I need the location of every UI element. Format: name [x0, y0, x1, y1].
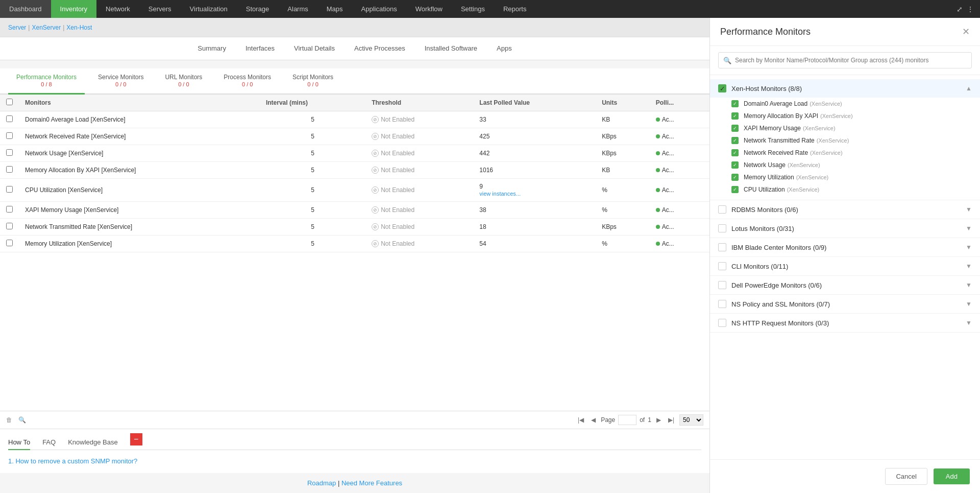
group-check-1[interactable] — [718, 205, 726, 214]
group-check-7[interactable] — [718, 319, 726, 327]
group-check-4[interactable] — [718, 262, 726, 270]
tab-faq[interactable]: FAQ — [42, 435, 56, 450]
cell-units-0: KB — [596, 111, 650, 128]
row-checkbox-1[interactable] — [6, 132, 13, 139]
nav-reports[interactable]: Reports — [494, 0, 536, 18]
item-sub-0-4: (XenService) — [810, 150, 843, 156]
tab-performance-monitors[interactable]: Performance Monitors 0 / 8 — [8, 68, 85, 95]
cell-interval-4: 5 — [260, 179, 365, 202]
panel-search-input[interactable] — [718, 52, 972, 68]
breadcrumb-xenserver[interactable]: XenServer — [32, 24, 61, 31]
item-check-0-1[interactable]: ✓ — [731, 112, 739, 120]
row-checkbox-0[interactable] — [6, 115, 13, 122]
monitor-item-0-3: ✓ Network Transmitted Rate (XenService) — [731, 134, 972, 147]
cancel-button[interactable]: Cancel — [885, 468, 927, 485]
view-instances-link-4[interactable]: view instances... — [479, 191, 521, 197]
row-checkbox-7[interactable] — [6, 240, 13, 246]
nav-inventory[interactable]: Inventory — [51, 0, 96, 18]
item-check-0-0[interactable]: ✓ — [731, 100, 739, 107]
group-header-4[interactable]: CLI Monitors (0/11) ▼ — [710, 257, 980, 275]
nav-maps[interactable]: Maps — [317, 0, 352, 18]
group-check-6[interactable] — [718, 300, 726, 308]
cell-monitor-1: Network Received Rate [XenService] — [19, 128, 260, 145]
cell-status-7: Ac... — [650, 236, 709, 252]
nav-network[interactable]: Network — [96, 0, 139, 18]
nav-applications[interactable]: Applications — [352, 0, 406, 18]
item-check-0-7[interactable]: ✓ — [731, 186, 739, 193]
nav-storage[interactable]: Storage — [237, 0, 279, 18]
add-button[interactable]: Add — [934, 468, 970, 484]
tab-howto[interactable]: How To — [8, 435, 30, 450]
nav-alarms[interactable]: Alarms — [278, 0, 317, 18]
group-header-3[interactable]: IBM Blade Center Monitors (0/9) ▼ — [710, 238, 980, 256]
monitor-item-0-5: ✓ Network Usage (XenService) — [731, 159, 972, 171]
cell-monitor-4: CPU Utilization [XenService] — [19, 179, 260, 202]
nav-virtualization[interactable]: Virtualization — [181, 0, 237, 18]
delete-icon[interactable]: 🗑 — [6, 416, 12, 424]
item-check-0-6[interactable]: ✓ — [731, 174, 739, 181]
cell-interval-0: 5 — [260, 111, 365, 128]
item-check-0-3[interactable]: ✓ — [731, 137, 739, 144]
cell-units-3: KB — [596, 162, 650, 179]
group-check-3[interactable] — [718, 243, 726, 251]
tab-service-monitors[interactable]: Service Monitors 0 / 0 — [90, 68, 152, 95]
features-link[interactable]: Need More Features — [341, 479, 402, 487]
collapse-button[interactable]: − — [130, 433, 142, 445]
item-check-0-5[interactable]: ✓ — [731, 161, 739, 169]
page-input[interactable]: 1 — [618, 415, 636, 425]
row-checkbox-5[interactable] — [6, 206, 13, 213]
last-page-btn[interactable]: ▶| — [666, 415, 676, 425]
tab-interfaces[interactable]: Interfaces — [243, 37, 277, 60]
item-check-0-2[interactable]: ✓ — [731, 125, 739, 132]
group-chevron-5: ▼ — [966, 281, 972, 289]
nav-servers[interactable]: Servers — [139, 0, 181, 18]
row-checkbox-6[interactable] — [6, 223, 13, 229]
select-all-checkbox[interactable] — [6, 99, 13, 105]
next-page-btn[interactable]: ▶ — [654, 415, 663, 425]
search-table-icon[interactable]: 🔍 — [18, 416, 26, 424]
more-icon[interactable]: ⋮ — [967, 5, 974, 13]
cell-monitor-3: Memory Allocation By XAPI [XenService] — [19, 162, 260, 179]
group-header-1[interactable]: RDBMS Monitors (0/6) ▼ — [710, 200, 980, 219]
tab-installed-software[interactable]: Installed Software — [423, 37, 479, 60]
panel-close-button[interactable]: ✕ — [962, 26, 970, 37]
group-header-0[interactable]: ✓ Xen-Host Monitors (8/8) ▲ — [710, 79, 980, 98]
tab-apps[interactable]: Apps — [495, 37, 514, 60]
row-checkbox-2[interactable] — [6, 149, 13, 156]
group-header-7[interactable]: NS HTTP Request Monitors (0/3) ▼ — [710, 314, 980, 332]
resize-icon[interactable]: ⤢ — [957, 5, 963, 13]
nav-workflow[interactable]: Workflow — [406, 0, 452, 18]
breadcrumb-xenhost[interactable]: Xen-Host — [66, 24, 92, 31]
howto-content: 1. How to remove a custom SNMP monitor? — [8, 455, 701, 467]
prev-page-btn[interactable]: ◀ — [589, 415, 598, 425]
nav-dashboard[interactable]: Dashboard — [0, 0, 51, 18]
tab-script-monitors[interactable]: Script Monitors 0 / 0 — [284, 68, 341, 95]
cell-interval-3: 5 — [260, 162, 365, 179]
group-check-0[interactable]: ✓ — [718, 84, 726, 92]
nav-settings[interactable]: Settings — [452, 0, 494, 18]
cell-interval-1: 5 — [260, 128, 365, 145]
monitor-item-0-7: ✓ CPU Utilization (XenService) — [731, 183, 972, 196]
row-checkbox-3[interactable] — [6, 166, 13, 173]
group-header-5[interactable]: Dell PowerEdge Monitors (0/6) ▼ — [710, 276, 980, 294]
tab-summary[interactable]: Summary — [195, 37, 228, 60]
group-header-2[interactable]: Lotus Monitors (0/31) ▼ — [710, 219, 980, 238]
howto-item-1[interactable]: 1. How to remove a custom SNMP monitor? — [8, 457, 137, 465]
row-checkbox-4[interactable] — [6, 186, 13, 193]
roadmap-link[interactable]: Roadmap — [307, 479, 336, 487]
table-row: Memory Allocation By XAPI [XenService] 5… — [0, 162, 709, 179]
group-check-5[interactable] — [718, 281, 726, 289]
item-check-0-4[interactable]: ✓ — [731, 149, 739, 156]
per-page-select[interactable]: 50 100 200 — [679, 414, 703, 426]
item-label-0-1: Memory Allocation By XAPI — [744, 112, 818, 120]
tab-process-monitors[interactable]: Process Monitors 0 / 0 — [215, 68, 279, 95]
tab-virtual-details[interactable]: Virtual Details — [292, 37, 337, 60]
group-check-2[interactable] — [718, 224, 726, 232]
tab-url-monitors[interactable]: URL Monitors 0 / 0 — [157, 68, 210, 95]
breadcrumb-server[interactable]: Server — [8, 24, 26, 31]
tab-active-processes[interactable]: Active Processes — [352, 37, 407, 60]
first-page-btn[interactable]: |◀ — [576, 415, 586, 425]
cell-status-1: Ac... — [650, 128, 709, 145]
tab-knowledge-base[interactable]: Knowledge Base — [68, 435, 118, 450]
group-header-6[interactable]: NS Policy and SSL Monitors (0/7) ▼ — [710, 295, 980, 313]
